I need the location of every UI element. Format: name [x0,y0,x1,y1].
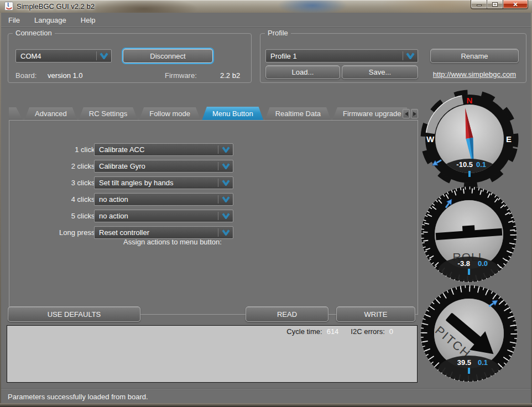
tab-label: Menu Button [212,109,253,118]
menubar: File Language Help [1,14,531,27]
label-3-clicks: 3 clicks: [32,179,97,187]
i2c-errors-value: 0 [389,327,393,336]
firmware-label: Firmware: [165,71,197,80]
status-message: Parameters successfully loaded from boar… [8,393,148,401]
profile-value: Profile 1 [266,52,403,60]
load-button[interactable]: Load... [265,65,340,79]
arrow-right-icon [413,112,416,116]
label-long-press: Long press: [32,228,97,237]
heading-zero-tick [468,171,471,177]
pitch-zero-tick [468,368,470,374]
window-border-bottom [0,403,532,407]
com-port-value: COM4 [16,52,96,60]
tab-strip: Advanced RC Settings Follow mode Menu Bu… [9,107,413,121]
tab-follow-mode[interactable]: Follow mode [139,107,201,121]
tab-label: Follow mode [149,109,190,118]
tab-firmware-upgrade[interactable]: Firmware upgrade [332,107,412,121]
connection-group: Connection COM4 Disconnect Board: versio… [8,33,252,83]
dropdown-value: no action [95,195,218,204]
profile-select[interactable]: Profile 1 [265,49,418,62]
dropdown-value: Calibrate ACC [95,145,218,154]
roll-target-value: 0.0 [478,259,488,268]
close-button[interactable]: ✕ [503,0,528,9]
dropdown-long-press[interactable]: Reset controller [94,226,233,239]
load-label: Load... [292,68,314,76]
arrow-left-icon [405,112,408,116]
save-label: Save... [369,68,391,76]
dropdown-value: Reset controller [95,228,218,237]
client-area: File Language Help Connection COM4 Disco… [1,13,531,403]
chevron-down-icon [218,229,233,236]
label-4-clicks: 4 clicks: [32,195,97,204]
tab-menu-button[interactable]: Menu Button [202,107,264,121]
chevron-down-icon [403,53,418,59]
read-label: READ [277,310,297,319]
dropdown-value: Set tilt angles by hands [95,179,218,187]
pitch-gauge: PITCH 39.5 0.1 [417,281,521,385]
write-label: WRITE [364,310,388,319]
menu-button-tab-panel: Assign actions to menu button: 1 click: … [9,120,418,315]
connection-legend: Connection [13,29,55,37]
label-5-clicks: 5 clicks: [32,212,97,220]
label-2-clicks: 2 clicks: [32,162,97,170]
heading-target-value: 0.1 [476,160,486,169]
save-button[interactable]: Save... [342,65,418,79]
cycle-time-label: Cycle time: [286,327,322,336]
chevron-down-icon [97,53,111,59]
tab-label: Realtime Data [275,109,321,118]
pitch-value: 39.5 [457,358,471,367]
i2c-errors-label: I2C errors: [351,327,384,336]
dropdown-value: no action [95,212,218,220]
disconnect-button[interactable]: Disconnect [123,49,213,63]
compass-west-label: W [426,134,435,144]
menu-help[interactable]: Help [81,16,96,24]
profile-group: Profile Profile 1 Rename Load... Save...… [260,33,526,83]
firmware-value: 2.2 b2 [220,71,240,80]
tab-advanced[interactable]: Advanced [24,107,77,121]
dropdown-4-clicks[interactable]: no action [94,193,233,206]
tab-scroll-right-button[interactable] [411,109,418,118]
console-stats: Cycle time: 614 I2C errors: 0 [286,327,393,336]
rename-button[interactable]: Rename [430,49,519,63]
tab-label: Advanced [35,109,67,118]
tab-realtime-data[interactable]: Realtime Data [265,107,331,121]
tab-rc-settings[interactable]: RC Settings [79,107,138,121]
minimize-button[interactable] [471,0,487,9]
compass-north-label: N [467,96,473,105]
console-panel: Cycle time: 614 I2C errors: 0 [7,325,418,383]
menu-file[interactable]: File [8,16,20,24]
statusbar: Parameters successfully loaded from boar… [1,388,531,403]
compass-east-label: E [506,134,512,144]
roll-value: -3.8 [458,259,470,268]
roll-zero-tick [468,269,470,275]
window-title: SimpleBGC GUI v2.2 b2 [17,2,95,11]
dropdown-3-clicks[interactable]: Set tilt angles by hands [94,176,233,189]
menu-language[interactable]: Language [34,16,66,24]
dropdown-5-clicks[interactable]: no action [94,210,233,222]
chevron-down-icon [218,163,233,169]
application-window: SimpleBGC GUI v2.2 b2 ✕ File Language He… [0,0,532,407]
com-port-select[interactable]: COM4 [15,49,112,62]
cycle-time-value: 614 [327,327,339,336]
titlebar[interactable]: SimpleBGC GUI v2.2 b2 ✕ [0,0,532,13]
java-app-icon [4,2,13,11]
heading-value: -10.5 [456,160,473,169]
tab-label: Firmware upgrade [343,109,401,118]
tab-partial-hidden[interactable] [9,107,23,121]
roll-gauge: ROLL -3.8 0.0 [418,183,520,286]
maximize-button[interactable] [487,0,503,9]
website-link[interactable]: http://www.simplebgc.com [427,70,521,79]
use-defaults-label: USE DEFAULTS [48,310,101,319]
board-value: version 1.0 [48,71,83,80]
tab-label: RC Settings [89,109,127,118]
tab-scroll-left-button[interactable] [403,109,410,118]
use-defaults-button[interactable]: USE DEFAULTS [8,306,140,322]
dropdown-2-clicks[interactable]: Calibrate Gyro [94,160,233,173]
rename-label: Rename [461,52,488,60]
panel-heading: Assign actions to menu button: [95,238,251,246]
read-button[interactable]: READ [246,306,328,322]
heading-gauge: N W E -10.5 0.1 [418,87,521,190]
dropdown-1-click[interactable]: Calibrate ACC [94,143,233,156]
profile-legend: Profile [265,29,291,37]
write-button[interactable]: WRITE [336,306,415,322]
